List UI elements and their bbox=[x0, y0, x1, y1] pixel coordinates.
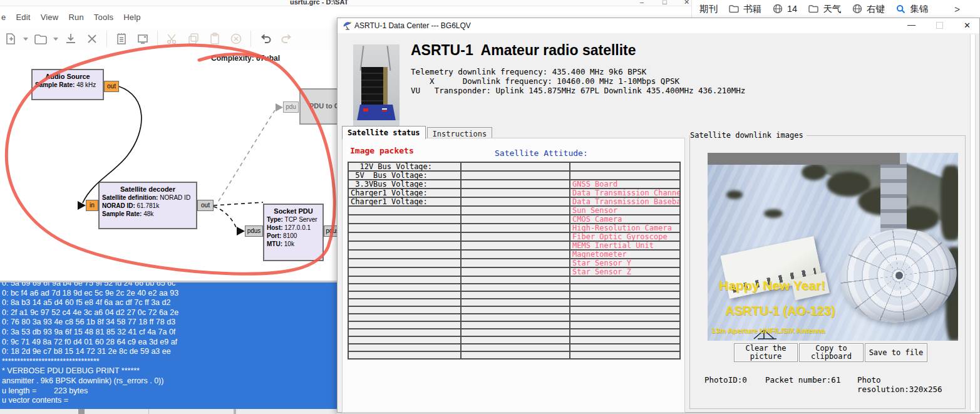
table-cell-c2 bbox=[461, 162, 570, 171]
debug-console[interactable]: 0: 5a 69 69 6f 9a b4 6e 75 9f 52 fd 24 6… bbox=[0, 281, 337, 409]
grc-maximize-button[interactable]: □ bbox=[663, 0, 667, 6]
downlink-images-group: Satellite downlink images Hap bbox=[689, 135, 966, 409]
copy-clipboard-button[interactable]: Copy to clipboard bbox=[799, 343, 864, 362]
table-cell-c1 bbox=[348, 336, 461, 344]
table-cell-c1 bbox=[348, 344, 461, 351]
block-param: MTU: 10k bbox=[264, 239, 322, 247]
console-line: * VERBOSE PDU DEBUG PRINT ****** bbox=[0, 366, 337, 376]
table-row bbox=[348, 291, 680, 299]
menu-run[interactable]: Run bbox=[68, 13, 83, 22]
pdu-to-ch-in-port[interactable]: pdu bbox=[283, 101, 299, 113]
table-cell-c1 bbox=[348, 232, 461, 241]
socket-pdu-in-port[interactable]: pdus bbox=[245, 225, 263, 237]
table-row: 12V Bus Voltage: bbox=[348, 162, 680, 171]
tab-satellite-status[interactable]: Satellite status bbox=[342, 126, 426, 139]
table-cell-c2 bbox=[461, 336, 570, 344]
grc-minimize-button[interactable]: – bbox=[640, 0, 644, 6]
bookmark-item[interactable]: 右键 bbox=[852, 3, 885, 15]
menu-file[interactable]: e bbox=[1, 13, 6, 22]
statusbar-divider bbox=[148, 409, 149, 414]
notepad-icon[interactable] bbox=[115, 32, 128, 46]
table-cell-c3 bbox=[570, 314, 680, 321]
photo-satellite-body bbox=[361, 67, 388, 106]
table-cell-c1: 12V Bus Voltage: bbox=[348, 162, 461, 171]
right-scrollbar-strip[interactable] bbox=[970, 34, 976, 410]
asrtu-maximize-button[interactable] bbox=[936, 22, 943, 29]
bookmark-item[interactable]: 书籍 bbox=[729, 3, 761, 15]
menu-help[interactable]: Help bbox=[123, 13, 141, 22]
table-row bbox=[348, 284, 680, 291]
tab-instructions[interactable]: Instructions bbox=[427, 127, 493, 138]
clear-picture-button[interactable]: Clear the picture bbox=[734, 343, 798, 362]
table-cell-c3: Data Transmission Baseband bbox=[570, 197, 680, 206]
block-audio-source[interactable]: Audio Source Sample Rate: 48 kHz bbox=[31, 69, 104, 100]
table-cell-c2 bbox=[461, 314, 570, 321]
grc-close-button[interactable]: ✕ bbox=[684, 0, 689, 6]
redo-icon[interactable] bbox=[280, 32, 294, 46]
table-cell-c2 bbox=[461, 215, 570, 224]
table-cell-c3: High-Resolution Camera bbox=[570, 224, 680, 232]
bookmark-label: 天气 bbox=[823, 3, 841, 15]
photo-id-label: PhotoID:0 bbox=[704, 375, 747, 385]
open-dropdown-caret-icon[interactable] bbox=[53, 32, 59, 46]
bookmark-item[interactable]: 天气 bbox=[808, 3, 841, 15]
asrtu-minimize-button[interactable]: — bbox=[907, 20, 916, 29]
frequency-info: Telemetry downlink frequency: 435.400 MH… bbox=[411, 67, 745, 95]
table-cell-c2 bbox=[461, 189, 570, 197]
bookmarks-overflow-chevron-icon[interactable]: > bbox=[954, 4, 960, 14]
cut-icon[interactable] bbox=[165, 32, 179, 46]
image-trees bbox=[726, 190, 743, 199]
table-cell-c1: Charger1 Voltage: bbox=[348, 197, 461, 206]
table-row: 3.3VBus Voltage:GNSS Board bbox=[348, 180, 680, 189]
open-icon[interactable] bbox=[34, 32, 48, 46]
block-pdu-to-ch[interactable]: PDU to Ch bbox=[299, 88, 339, 125]
folder-icon bbox=[808, 4, 818, 13]
block-title: PDU to Ch bbox=[301, 90, 338, 110]
asrtu-close-button[interactable]: ✕ bbox=[964, 21, 971, 30]
telemetry-table: 12V Bus Voltage: 5V Bus Voltage: 3.3VBus… bbox=[348, 162, 681, 360]
statusbar-divider bbox=[234, 409, 236, 414]
decoder-in-port[interactable]: in bbox=[86, 200, 98, 211]
menu-edit[interactable]: Edit bbox=[16, 13, 30, 22]
table-row bbox=[348, 336, 680, 344]
undo-icon[interactable] bbox=[259, 32, 272, 46]
paste-icon[interactable] bbox=[208, 32, 222, 46]
asrtu-titlebar[interactable]: ASRTU-1 Data Center --- BG6LQV — ✕ bbox=[338, 18, 979, 33]
block-satellite-decoder[interactable]: Satellite decoder Satellite definition: … bbox=[98, 182, 197, 229]
table-row bbox=[348, 314, 680, 321]
close-flowgraph-icon[interactable] bbox=[85, 32, 99, 46]
tab-bar: Satellite status Instructions bbox=[342, 126, 492, 138]
satellite-dish-icon bbox=[343, 21, 353, 31]
table-cell-c1 bbox=[348, 259, 461, 267]
new-dropdown-caret-icon[interactable] bbox=[23, 32, 29, 46]
new-flowgraph-icon[interactable] bbox=[4, 32, 18, 46]
grc-statusbar bbox=[0, 409, 337, 414]
table-cell-c2 bbox=[461, 232, 570, 241]
audio-out-port[interactable]: out bbox=[104, 81, 119, 92]
table-row bbox=[348, 276, 680, 284]
block-socket-pdu[interactable]: Socket PDU Type: TCP Server Host: 127.0.… bbox=[263, 204, 324, 261]
delete-icon[interactable] bbox=[229, 32, 243, 46]
info-line: X Downlink frequency: 10460.00 MHz 1-10M… bbox=[411, 76, 679, 86]
console-line: u length = 223 bytes bbox=[0, 386, 337, 396]
bookmark-item[interactable]: 14 bbox=[773, 4, 797, 14]
screen-capture-icon[interactable] bbox=[136, 32, 150, 46]
image-dish-antenna bbox=[835, 222, 958, 329]
save-to-file-button[interactable]: Save to file bbox=[865, 343, 927, 362]
bookmark-label: 14 bbox=[787, 4, 797, 14]
block-param: Host: 127.0.0.1 bbox=[264, 223, 322, 231]
bookmark-item[interactable]: 集锦 bbox=[896, 3, 928, 15]
save-icon[interactable] bbox=[64, 32, 78, 46]
menu-view[interactable]: View bbox=[41, 13, 59, 22]
block-param: Port: 8100 bbox=[264, 231, 322, 239]
console-line: ansmitter . 9k6 BPSK downlink) (rs_error… bbox=[0, 376, 337, 386]
table-row: Sun Sensor bbox=[348, 206, 680, 215]
decoder-out-port[interactable]: out bbox=[197, 200, 214, 211]
menu-tools[interactable]: Tools bbox=[94, 13, 113, 22]
bookmark-item[interactable]: 期刊 bbox=[699, 3, 718, 15]
toolbar-separator bbox=[250, 31, 251, 47]
table-cell-c1: 3.3VBus Voltage: bbox=[348, 180, 461, 189]
scrollbar-thumb[interactable] bbox=[78, 409, 85, 414]
copy-icon[interactable] bbox=[187, 32, 200, 46]
table-cell-c1 bbox=[348, 306, 461, 314]
